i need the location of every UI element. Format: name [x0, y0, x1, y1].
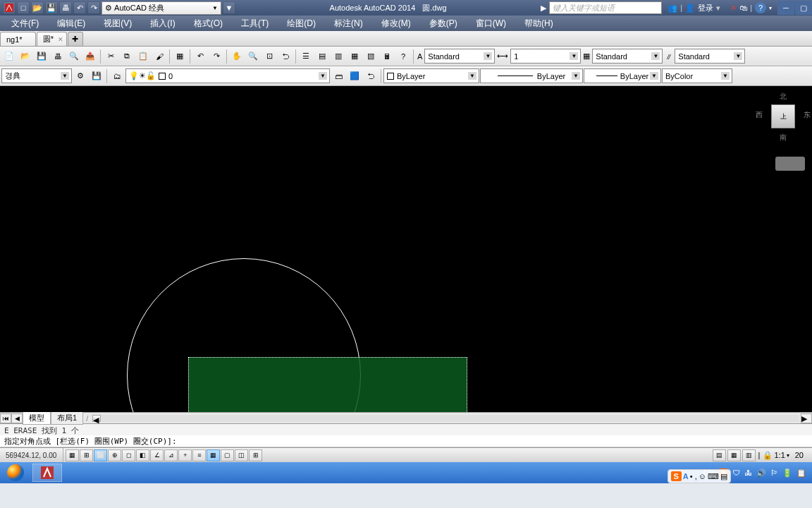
viewcube-south[interactable]: 南	[780, 133, 787, 143]
help-button[interactable]: ?	[395, 49, 411, 64]
viewcube-top-face[interactable]: 上	[771, 104, 795, 128]
viewcube-north[interactable]: 北	[780, 92, 787, 102]
plotstyle-combo[interactable]: ByColor	[662, 68, 732, 83]
open-icon[interactable]: 📂	[31, 1, 44, 14]
open-button[interactable]: 📂	[18, 49, 33, 64]
sheetset-button[interactable]: ▦	[347, 49, 362, 64]
menu-view[interactable]: 视图(V)	[95, 16, 140, 31]
new-tab-button[interactable]: ✚	[68, 32, 83, 46]
close-icon[interactable]: ✕	[58, 36, 63, 43]
tablestyle-combo[interactable]: Standard	[592, 49, 663, 64]
paste-button[interactable]: 📋	[135, 49, 151, 64]
viewcube-east[interactable]: 东	[804, 110, 811, 120]
save-button[interactable]: 💾	[34, 49, 49, 64]
sogou-a[interactable]: A	[683, 472, 689, 480]
annoscale-value[interactable]: 1:1	[774, 451, 785, 459]
lwt-button[interactable]: ≡	[192, 449, 206, 461]
sc-button[interactable]: ◫	[235, 449, 248, 461]
qp-button[interactable]: ▢	[221, 449, 234, 461]
menu-dimension[interactable]: 标注(N)	[326, 16, 371, 31]
undo-button[interactable]: ↶	[192, 49, 208, 64]
workspace-combo2[interactable]: 경典	[1, 68, 72, 83]
exchange-icon[interactable]: ✕	[730, 4, 737, 13]
navigation-bar[interactable]	[775, 157, 805, 171]
ws-settings-icon[interactable]: ⚙	[73, 68, 88, 84]
taskbar-app-autocad[interactable]	[32, 464, 62, 482]
menu-help[interactable]: 帮助(H)	[516, 16, 562, 31]
infocenter-icon[interactable]: 👥	[668, 4, 677, 13]
redo-icon[interactable]: ↷	[87, 1, 100, 14]
app-menu-button[interactable]	[3, 1, 16, 14]
layout-prev-button[interactable]: ◀	[11, 413, 23, 423]
tray-flag-icon[interactable]: 🏳	[770, 468, 778, 477]
zoom-window-button[interactable]: ⊡	[262, 49, 277, 64]
maximize-button[interactable]: ▢	[795, 1, 812, 15]
color-combo[interactable]: ByLayer	[383, 68, 479, 83]
ime-toolbar[interactable]: S A • , ☺ ⌨ ▤	[668, 469, 732, 483]
keyboard-icon[interactable]: ⌨	[708, 472, 719, 481]
dyn-button[interactable]: +	[178, 449, 192, 461]
minimize-button[interactable]: ─	[777, 1, 794, 15]
mlstyle-combo[interactable]: Standard	[675, 49, 745, 64]
tray-clipboard-icon[interactable]: 📋	[796, 468, 806, 478]
file-tab-2[interactable]: 圆*✕	[37, 32, 67, 46]
face-icon[interactable]: ☺	[699, 472, 706, 480]
menu-window[interactable]: 窗口(W)	[467, 16, 515, 31]
undo-icon[interactable]: ↶	[73, 1, 86, 14]
command-input[interactable]: 指定对角点或 [栏选(F) 圈围(WP) 圈交(CP)]:	[0, 435, 812, 447]
textstyle-combo[interactable]: Standard	[424, 49, 495, 64]
sogou-punct[interactable]: • ,	[690, 472, 697, 480]
hscroll-thumb[interactable]: ◀	[92, 415, 101, 422]
designcenter-button[interactable]: ▤	[314, 49, 330, 64]
model-tab[interactable]: 模型	[23, 411, 51, 425]
block-editor-button[interactable]: ▦	[172, 49, 187, 64]
plot-button[interactable]: 🖶	[50, 49, 66, 64]
hscroll[interactable]: ◀	[92, 415, 799, 422]
3dosnap-button[interactable]: ◧	[136, 449, 149, 461]
save-icon[interactable]: 💾	[45, 1, 58, 14]
file-tab-1[interactable]: ng1*	[0, 32, 36, 46]
new-icon[interactable]: □	[17, 1, 30, 14]
layer-prev-button[interactable]: ⮌	[363, 68, 379, 84]
sogou-menu-icon[interactable]: ▤	[720, 472, 727, 481]
ws-save-icon[interactable]: 💾	[89, 68, 104, 84]
pan-button[interactable]: ✋	[229, 49, 245, 64]
copy-button[interactable]: ⧉	[119, 49, 135, 64]
menu-parametric[interactable]: 参数(P)	[421, 16, 466, 31]
menu-file[interactable]: 文件(F)	[3, 16, 47, 31]
menu-format[interactable]: 格式(O)	[185, 16, 231, 31]
redo-button[interactable]: ↷	[209, 49, 224, 64]
lineweight-combo[interactable]: ByLayer	[584, 68, 661, 83]
polar-button[interactable]: ⊕	[108, 449, 121, 461]
app-store-icon[interactable]: 🛍	[739, 4, 747, 12]
zoom-previous-button[interactable]: ⮌	[278, 49, 293, 64]
quickview-drawings-button[interactable]: ▥	[742, 449, 756, 461]
quickview-layouts-button[interactable]: ▦	[727, 449, 741, 461]
transparency-button[interactable]: ▦	[207, 449, 220, 461]
layer-iso-button[interactable]: 🟦	[347, 68, 362, 84]
menu-edit[interactable]: 编辑(E)	[49, 16, 94, 31]
ducs-button[interactable]: ⊿	[164, 449, 178, 461]
layout-first-button[interactable]: ⏮	[0, 413, 11, 423]
qat-more-icon[interactable]: ▼	[223, 1, 235, 14]
tray-network-icon[interactable]: 🖧	[744, 468, 752, 477]
linetype-combo[interactable]: ByLayer	[480, 68, 583, 83]
otrack-button[interactable]: ∠	[150, 449, 164, 461]
grid-button[interactable]: ⊞	[80, 449, 93, 461]
viewcube-west[interactable]: 西	[756, 110, 763, 120]
help-icon[interactable]: ?	[755, 2, 766, 13]
workspace-selector[interactable]: ⚙ AutoCAD 经典	[102, 1, 221, 15]
tray-battery-icon[interactable]: 🔋	[782, 468, 792, 478]
menu-tools[interactable]: 工具(T)	[233, 16, 277, 31]
tray-volume-icon[interactable]: 🔊	[756, 468, 766, 478]
layout1-tab[interactable]: 布局1	[51, 411, 83, 425]
tray-shield-icon[interactable]: 🛡	[732, 468, 740, 477]
model-paper-button[interactable]: ▤	[713, 449, 726, 461]
ortho-button[interactable]: ⬜	[94, 449, 107, 461]
toolpalette-button[interactable]: ▥	[331, 49, 346, 64]
search-input[interactable]: 键入关键字或短语	[549, 1, 662, 14]
quickcalc-button[interactable]: 🖩	[379, 49, 395, 64]
osnap-button[interactable]: ◻	[122, 449, 135, 461]
publish-button[interactable]: 📤	[82, 49, 98, 64]
menu-draw[interactable]: 绘图(D)	[278, 16, 324, 31]
